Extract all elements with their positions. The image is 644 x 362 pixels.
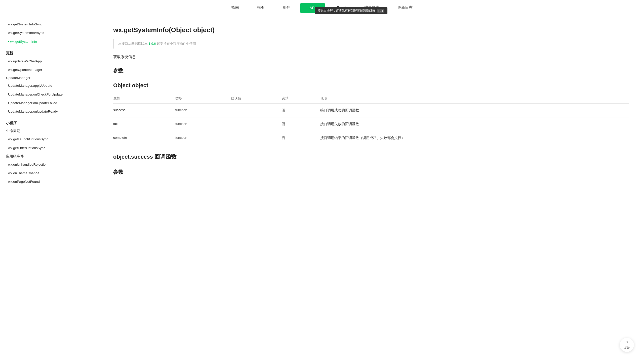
cell-desc: 接口调用成功的回调函数 bbox=[320, 104, 629, 117]
nav-items: 指南 框架 组件 API 要退出全屏，请将鼠标移到屏幕最顶端或按 F11 云开发… bbox=[222, 0, 421, 16]
sidebar-item-onunhandledrejection[interactable]: wx.onUnhandledRejection bbox=[0, 160, 98, 169]
sidebar-item-getupdatemanager[interactable]: wx.getUpdateManager bbox=[0, 66, 98, 74]
feedback-icon: ? bbox=[626, 340, 628, 345]
version-link[interactable]: 1.9.6 bbox=[149, 42, 156, 46]
layout: wx.getSystemInfoSync wx.getSystemInfoAsy… bbox=[0, 16, 644, 362]
cell-required: 否 bbox=[282, 117, 320, 131]
sidebar-item-getsysteminfoSync[interactable]: wx.getSystemInfoSync bbox=[0, 20, 98, 29]
tooltip-kbd: F11 bbox=[377, 9, 384, 13]
col-header-default: 默认值 bbox=[231, 94, 281, 104]
sidebar-item-getsysteminfoAsync[interactable]: wx.getSystemInfoAsync bbox=[0, 29, 98, 37]
nav-item-components[interactable]: 组件 bbox=[274, 0, 299, 16]
cell-property: success bbox=[113, 104, 175, 117]
sidebar-subsection-updatemanager: UpdateManager bbox=[0, 74, 98, 81]
sidebar-item-applyupdate[interactable]: UpdateManager.applyUpdate bbox=[0, 81, 98, 90]
object-object-title: Object object bbox=[113, 82, 629, 89]
cell-property: complete bbox=[113, 131, 175, 145]
sidebar-section-miniapp: 小程序 bbox=[0, 118, 98, 127]
feedback-label: 反馈 bbox=[624, 346, 630, 350]
sidebar-item-onupdatefailed[interactable]: UpdateManager.onUpdateFailed bbox=[0, 99, 98, 107]
nav-item-guide[interactable]: 指南 bbox=[222, 0, 248, 16]
top-nav: 指南 框架 组件 API 要退出全屏，请将鼠标移到屏幕最顶端或按 F11 云开发… bbox=[0, 0, 644, 16]
sidebar-item-getsysteminfo[interactable]: wx.getSystemInfo bbox=[0, 37, 98, 46]
callback-params-title: 参数 bbox=[113, 169, 629, 175]
sidebar-item-onpagenotfound[interactable]: wx.onPageNotFound bbox=[0, 177, 98, 186]
sidebar-subsection-lifecycle: 生命周期 bbox=[0, 127, 98, 135]
main-content: wx.getSystemInfo(Object object) 本接口从基础库版… bbox=[98, 16, 644, 362]
cell-required: 否 bbox=[282, 104, 320, 117]
table-row: fail function 否 接口调用失败的回调函数 bbox=[113, 117, 629, 131]
nav-item-changelog[interactable]: 更新日志 bbox=[388, 0, 422, 16]
sidebar-item-onupdateready[interactable]: UpdateManager.onUpdateReady bbox=[0, 107, 98, 116]
col-header-required: 必填 bbox=[282, 94, 320, 104]
table-row: complete function 否 接口调用结束的回调函数（调用成功、失败都… bbox=[113, 131, 629, 145]
cell-property: fail bbox=[113, 117, 175, 131]
cell-default bbox=[231, 104, 281, 117]
tooltip-text: 要退出全屏，请将鼠标移到屏幕最顶端或按 bbox=[318, 9, 375, 13]
sidebar-item-getenteroptionssync[interactable]: wx.getEnterOptionsSync bbox=[0, 144, 98, 152]
params-section-title: 参数 bbox=[113, 67, 629, 74]
col-header-desc: 说明 bbox=[320, 94, 629, 104]
col-header-type: 类型 bbox=[175, 94, 231, 104]
version-notice-prefix: 本接口从基础库版本 bbox=[118, 42, 149, 46]
params-table: 属性 类型 默认值 必填 说明 success function 否 接口调用成… bbox=[113, 94, 629, 145]
nav-tooltip: 要退出全屏，请将鼠标移到屏幕最顶端或按 F11 bbox=[315, 7, 387, 14]
sidebar-item-oncheckforupdate[interactable]: UpdateManager.onCheckForUpdate bbox=[0, 90, 98, 99]
cell-default bbox=[231, 117, 281, 131]
callback-section-title: object.success 回调函数 bbox=[113, 153, 629, 161]
sidebar-section-update: 更新 bbox=[0, 48, 98, 57]
feedback-button[interactable]: ? 反馈 bbox=[620, 338, 634, 352]
sidebar-item-updatewechatapp[interactable]: wx.updateWeChatApp bbox=[0, 57, 98, 66]
table-row: success function 否 接口调用成功的回调函数 bbox=[113, 104, 629, 117]
page-title: wx.getSystemInfo(Object object) bbox=[113, 26, 629, 34]
section-desc: 获取系统信息 bbox=[113, 55, 629, 59]
cell-default bbox=[231, 131, 281, 145]
version-notice-suffix: 起支持在小程序插件中使用 bbox=[156, 42, 196, 46]
cell-type: function bbox=[175, 117, 231, 131]
sidebar: wx.getSystemInfoSync wx.getSystemInfoAsy… bbox=[0, 16, 98, 362]
cell-type: function bbox=[175, 131, 231, 145]
sidebar-subsection-appevents: 应用级事件 bbox=[0, 152, 98, 160]
sidebar-item-onthemechange[interactable]: wx.onThemeChange bbox=[0, 169, 98, 177]
col-header-property: 属性 bbox=[113, 94, 175, 104]
cell-desc: 接口调用失败的回调函数 bbox=[320, 117, 629, 131]
sidebar-item-getlaunchoptionssync[interactable]: wx.getLaunchOptionsSync bbox=[0, 135, 98, 144]
cell-required: 否 bbox=[282, 131, 320, 145]
cell-type: function bbox=[175, 104, 231, 117]
cell-desc: 接口调用结束的回调函数（调用成功、失败都会执行） bbox=[320, 131, 629, 145]
nav-item-framework[interactable]: 框架 bbox=[248, 0, 274, 16]
version-notice: 本接口从基础库版本 1.9.6 起支持在小程序插件中使用 bbox=[113, 39, 629, 49]
